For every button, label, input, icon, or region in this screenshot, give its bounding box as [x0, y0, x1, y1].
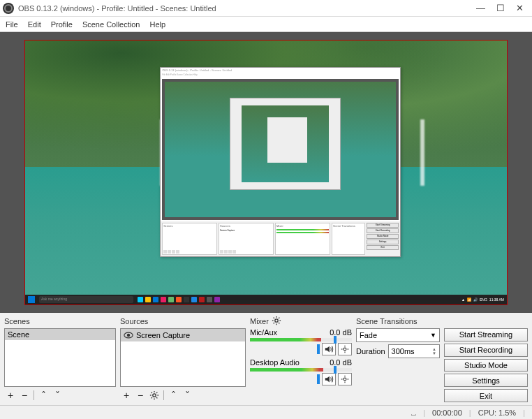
preview-frame[interactable]: OBS 0.13 (windows) - Profile: Untitled -…	[25, 41, 507, 304]
transitions-header: Scene Transitions	[356, 316, 440, 327]
captured-taskbar: Ask me anything ▲📶🔊ENG11:38 AM	[25, 295, 507, 304]
menu-file[interactable]: File	[6, 20, 18, 29]
svg-line-8	[156, 397, 157, 398]
close-button[interactable]: ✕	[516, 3, 524, 13]
status-gap-icon: ⎵	[411, 409, 416, 417]
svg-line-18	[274, 323, 274, 323]
mixer-header: Mixer	[250, 317, 269, 325]
menu-edit[interactable]: Edit	[28, 20, 41, 29]
mic-volume-slider[interactable]	[317, 344, 320, 354]
mixer-channel-desktop: Desktop Audio0.0 dB	[250, 358, 352, 385]
duration-label: Duration	[356, 347, 385, 355]
sources-panel: Sources Screen Capture + − ˄ ˅	[120, 316, 246, 402]
source-down-button[interactable]: ˅	[181, 389, 193, 402]
source-item[interactable]: Screen Capture	[121, 329, 245, 341]
mic-meter	[250, 338, 352, 341]
menu-scene-collection[interactable]: Scene Collection	[82, 20, 140, 29]
obs-app-icon	[3, 3, 14, 14]
svg-point-1	[127, 334, 130, 337]
status-time: 00:00:00	[432, 409, 462, 417]
settings-button[interactable]: Settings	[444, 374, 528, 387]
mixer-panel: Mixer Mic/Aux0.0 dB Desktop Audio0.0 dB	[250, 316, 352, 402]
mixer-channel-mic: Mic/Aux0.0 dB	[250, 328, 352, 355]
minimize-button[interactable]: —	[476, 3, 485, 13]
menu-bar: File Edit Profile Scene Collection Help	[0, 17, 532, 32]
visibility-icon[interactable]	[124, 330, 133, 340]
svg-point-11	[275, 319, 278, 322]
menu-help[interactable]: Help	[149, 20, 165, 29]
desktop-meter	[250, 368, 352, 372]
sources-header: Sources	[120, 316, 246, 327]
scene-up-button[interactable]: ˄	[37, 389, 50, 402]
source-properties-button[interactable]	[148, 389, 161, 402]
scene-add-button[interactable]: +	[4, 389, 17, 402]
desktop-mute-button[interactable]	[322, 373, 336, 385]
svg-line-19	[279, 318, 279, 318]
transitions-panel: Scene Transitions Fade▼ Duration 300ms ▲…	[356, 316, 440, 402]
studio-mode-button[interactable]: Studio Mode	[444, 359, 528, 372]
mixer-settings-icon[interactable]	[272, 316, 281, 327]
svg-point-2	[153, 394, 156, 397]
window-title: OBS 0.13.2 (windows) - Profile: Untitled…	[18, 4, 476, 13]
menu-profile[interactable]: Profile	[51, 20, 73, 29]
window-titlebar: OBS 0.13.2 (windows) - Profile: Untitled…	[0, 0, 532, 17]
svg-line-17	[279, 323, 279, 323]
start-recording-button[interactable]: Start Recording	[444, 344, 528, 357]
scenes-header: Scenes	[4, 316, 116, 327]
desktop-settings-button[interactable]	[338, 373, 352, 385]
source-add-button[interactable]: +	[120, 389, 133, 402]
desktop-volume-slider[interactable]	[317, 374, 320, 384]
chevron-down-icon: ▼	[430, 332, 436, 339]
start-streaming-button[interactable]: Start Streaming	[444, 328, 528, 341]
svg-line-16	[274, 318, 274, 318]
duration-spinner[interactable]: ▲▼	[432, 347, 436, 355]
svg-line-7	[152, 392, 152, 393]
exit-button[interactable]: Exit	[444, 389, 528, 402]
scene-remove-button[interactable]: −	[18, 389, 31, 402]
scenes-panel: Scenes Scene + − ˄ ˅	[4, 316, 116, 402]
status-bar: ⎵ | 00:00:00 | CPU: 1.5% |	[0, 405, 532, 419]
status-cpu: CPU: 1.5%	[478, 409, 516, 417]
mic-mute-button[interactable]	[322, 343, 336, 355]
transition-select[interactable]: Fade▼	[356, 328, 440, 342]
scenes-list[interactable]: Scene	[4, 328, 116, 387]
svg-line-9	[152, 397, 152, 398]
duration-input[interactable]: 300ms ▲▼	[388, 344, 440, 358]
recursive-obs-window: OBS 0.13 (windows) - Profile: Untitled -…	[160, 67, 401, 257]
sources-list[interactable]: Screen Capture	[120, 328, 246, 387]
controls-column: Start Streaming Start Recording Studio M…	[444, 316, 528, 402]
preview-area: OBS 0.13 (windows) - Profile: Untitled -…	[0, 32, 532, 313]
svg-point-20	[343, 348, 346, 351]
svg-point-25	[343, 378, 346, 381]
source-remove-button[interactable]: −	[134, 389, 147, 402]
maximize-button[interactable]: ☐	[496, 3, 505, 13]
scene-item[interactable]: Scene	[5, 329, 115, 340]
mic-settings-button[interactable]	[338, 343, 352, 355]
source-up-button[interactable]: ˄	[167, 389, 179, 402]
scene-down-button[interactable]: ˅	[51, 389, 64, 402]
svg-line-10	[156, 392, 157, 393]
